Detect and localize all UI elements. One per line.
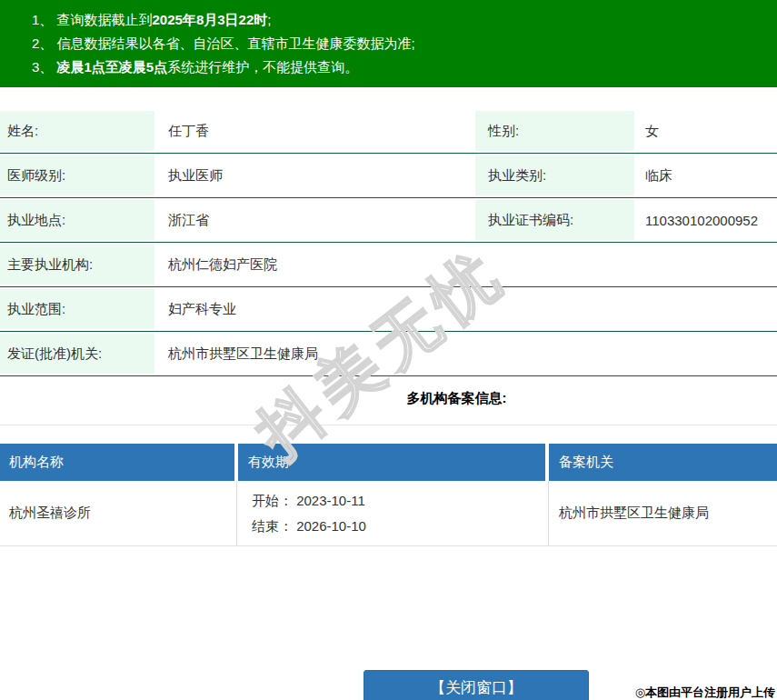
- notice-banner: 1、 查询数据截止到2025年8月3日22时;2、 信息数据结果以各省、自治区、…: [0, 0, 777, 87]
- form-row: 发证(批准)机关:杭州市拱墅区卫生健康局: [0, 332, 777, 376]
- notice-text: 3、: [32, 59, 57, 75]
- form-value: 110330102000952: [634, 198, 777, 242]
- form-label-cell: 主要执业机构:: [0, 243, 154, 286]
- filing-table-header: 机构名称 有效期 备案机关: [0, 444, 777, 481]
- form-label: 性别:: [475, 111, 634, 151]
- form-value: 任丁香: [154, 109, 475, 153]
- notice-line: 3、 凌晨1点至凌晨5点系统进行维护，不能提供查询。: [32, 55, 768, 79]
- doctor-detail-form: 姓名:任丁香性别:女医师级别:执业医师执业类别:临床执业地点:浙江省执业证书编码…: [0, 109, 777, 376]
- form-row: 医师级别:执业医师执业类别:临床: [0, 154, 777, 198]
- form-label: 执业证书编码:: [475, 200, 634, 240]
- form-value: 妇产科专业: [154, 287, 777, 331]
- form-label-cell: 执业地点:: [0, 198, 154, 242]
- form-label-cell: 性别:: [475, 109, 634, 153]
- form-label-cell: 医师级别:: [0, 154, 154, 197]
- form-value: 临床: [634, 154, 777, 197]
- form-label-cell: 执业证书编码:: [475, 198, 634, 242]
- section-heading: 多机构备案信息:: [0, 376, 777, 425]
- form-value: 女: [634, 109, 777, 153]
- filing-table-body: 杭州圣禧诊所开始： 2023-10-11结束： 2026-10-10杭州市拱墅区…: [0, 481, 777, 546]
- form-value: 杭州仁德妇产医院: [154, 243, 777, 286]
- form-label: 医师级别:: [0, 155, 154, 195]
- form-label-cell: 发证(批准)机关:: [0, 332, 154, 375]
- form-value: 杭州市拱墅区卫生健康局: [154, 332, 777, 375]
- form-label: 姓名:: [0, 111, 154, 151]
- footer-upload-note: ◎本图由平台注册用户上传: [635, 685, 775, 700]
- column-header-validity: 有效期: [238, 444, 545, 481]
- notice-text: ;: [267, 12, 271, 27]
- validity-line: 开始： 2023-10-11: [252, 488, 548, 514]
- form-value: 浙江省: [154, 198, 475, 242]
- notice-text: 2、 信息数据结果以各省、自治区、直辖市卫生健康委数据为准;: [32, 35, 415, 51]
- form-label: 主要执业机构:: [0, 245, 154, 285]
- notice-line: 1、 查询数据截止到2025年8月3日22时;: [32, 8, 768, 32]
- form-label: 执业范围:: [0, 289, 154, 329]
- notice-list: 1、 查询数据截止到2025年8月3日22时;2、 信息数据结果以各省、自治区、…: [32, 8, 768, 79]
- validity-cell: 开始： 2023-10-11结束： 2026-10-10: [237, 481, 549, 545]
- form-row: 执业范围:妇产科专业: [0, 287, 777, 332]
- form-label-cell: 执业范围:: [0, 287, 154, 331]
- form-label: 执业类别:: [475, 155, 634, 195]
- section-title: 多机构备案信息:: [407, 390, 507, 405]
- column-header-authority: 备案机关: [549, 444, 777, 481]
- close-window-button[interactable]: 【关闭窗口】: [364, 670, 589, 700]
- form-row: 主要执业机构:杭州仁德妇产医院: [0, 243, 777, 287]
- form-label-cell: 姓名:: [0, 109, 154, 153]
- authority-cell: 杭州市拱墅区卫生健康局: [549, 481, 777, 545]
- filing-table: 机构名称 有效期 备案机关 杭州圣禧诊所开始： 2023-10-11结束： 20…: [0, 444, 777, 546]
- form-label-cell: 执业类别:: [475, 154, 634, 197]
- form-label: 执业地点:: [0, 200, 154, 240]
- notice-text: 1、 查询数据截止到: [32, 12, 153, 27]
- notice-text: 凌晨1点至凌晨5点: [57, 59, 168, 75]
- form-row: 执业地点:浙江省执业证书编码:110330102000952: [0, 198, 777, 243]
- filing-table-row: 杭州圣禧诊所开始： 2023-10-11结束： 2026-10-10杭州市拱墅区…: [0, 481, 777, 546]
- validity-line: 结束： 2026-10-10: [252, 514, 548, 539]
- form-value: 执业医师: [154, 154, 475, 197]
- notice-text: 2025年8月3日22时: [153, 12, 268, 27]
- notice-text: 系统进行维护，不能提供查询。: [167, 59, 358, 75]
- form-row: 姓名:任丁香性别:女: [0, 109, 777, 154]
- column-header-org: 机构名称: [0, 444, 234, 481]
- org-name-cell: 杭州圣禧诊所: [0, 481, 237, 545]
- form-label: 发证(批准)机关:: [0, 334, 154, 374]
- notice-line: 2、 信息数据结果以各省、自治区、直辖市卫生健康委数据为准;: [32, 32, 768, 55]
